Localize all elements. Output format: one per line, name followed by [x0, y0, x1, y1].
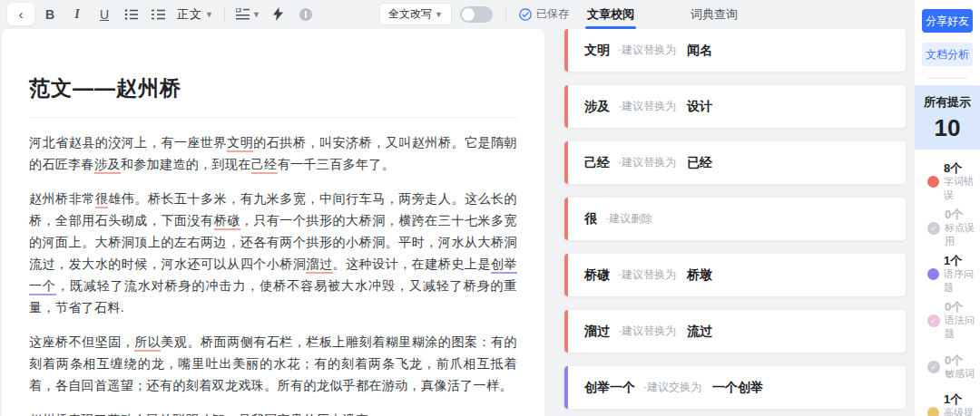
analyze-button[interactable]: 文档分析 — [922, 43, 973, 66]
tab-dictionary[interactable]: 词典查询 — [689, 6, 740, 23]
category-count: 0个 — [945, 300, 980, 314]
toolbar-divider — [505, 8, 506, 21]
proofread-toggle[interactable] — [460, 6, 493, 23]
save-status: 已保存 — [519, 6, 569, 22]
flagged-word[interactable]: 己经 — [251, 157, 278, 174]
suggestion-card[interactable]: 己经·建议替换为已经 — [564, 141, 906, 184]
flagged-word[interactable]: 很 — [95, 191, 109, 208]
format-toolbar: ‹ B I U 正文 ▼ — [7, 0, 318, 28]
suggestion-action: ·建议删除 — [605, 211, 652, 227]
text-segment: ，既减轻了流水对桥身的冲击力，使桥不容易被大水冲毁，又减轻了桥身的重量，节省了石… — [29, 278, 517, 314]
category-text: 0个语法问题 — [945, 300, 980, 341]
disabled-circle-button[interactable] — [294, 3, 318, 25]
all-hints-label: 所有提示 — [915, 94, 980, 111]
back-button[interactable]: ‹ — [7, 3, 34, 25]
category-label: 敏感词 — [945, 367, 975, 381]
paragraph-style-dropdown[interactable]: 正文 ▼ — [174, 3, 216, 25]
all-hints-count: 10 — [915, 114, 980, 142]
bold-button[interactable]: B — [38, 3, 62, 25]
ordered-list-button[interactable] — [120, 3, 143, 25]
suggestion-replacement: 设计 — [687, 99, 712, 115]
suggestion-word: 桥礅 — [584, 267, 610, 284]
saved-label: 已保存 — [536, 6, 569, 22]
suggestion-action: ·建议替换为 — [618, 99, 676, 114]
flagged-word[interactable]: 涉及 — [94, 157, 121, 174]
share-button[interactable]: 分享好友 — [922, 9, 973, 33]
suggestion-replacement: 流过 — [687, 324, 712, 340]
text-segment: 和参加建造的，到现在 — [121, 157, 251, 171]
right-sidebar: 分享好友 文档分析 所有提示 10 8个字词错误✓0个标点误用1个语序问题✓0个… — [915, 0, 980, 416]
paragraph-style-label: 正文 — [177, 6, 202, 23]
category-label: 语法问题 — [945, 314, 980, 341]
document-panel[interactable]: 范文——赵州桥 河北省赵县的洨河上，有一座世界文明的石拱桥，叫安济桥，又叫赵州桥… — [2, 29, 544, 416]
suggestion-word: 文明 — [584, 43, 610, 59]
suggestion-card[interactable]: 很·建议删除 — [564, 198, 906, 240]
suggestion-action: ·建议替换为 — [618, 43, 676, 58]
sidebar-divider — [927, 78, 967, 79]
suggestion-card[interactable]: 涉及·建议替换为设计 — [564, 85, 906, 128]
category-item[interactable]: 1个高级提示 — [927, 390, 980, 416]
quick-action-button[interactable] — [267, 3, 290, 25]
flagged-word[interactable]: 溜过 — [306, 256, 332, 274]
check-circle-icon — [519, 8, 532, 21]
check-circle-icon: ✓ — [927, 314, 940, 327]
check-circle-icon: ✓ — [927, 222, 940, 235]
unordered-list-icon — [152, 8, 166, 21]
tab-proofread[interactable]: 文章校阅 — [585, 6, 636, 23]
layout-dropdown[interactable]: ▼ — [233, 3, 263, 25]
category-dot-icon — [927, 407, 939, 416]
suggestion-replacement: 桥墩 — [687, 267, 712, 284]
document-paragraph: 赵州桥表现了劳动人民的聪明才智，是我国宝贵的历史遗产。 — [29, 409, 517, 416]
toolbar-divider — [224, 8, 225, 21]
text-segment: 这座桥不但坚固， — [29, 334, 134, 349]
suggestion-replacement: 一个创举 — [712, 380, 763, 396]
flagged-word[interactable]: 文明 — [227, 135, 253, 152]
text-segment: 有一千三百多年了。 — [278, 157, 396, 171]
italic-button[interactable]: I — [65, 3, 89, 25]
suggestion-card[interactable]: 桥礅·建议替换为桥墩 — [564, 254, 906, 296]
document-title: 范文——赵州桥 — [29, 74, 517, 102]
category-count: 0个 — [945, 353, 975, 367]
category-item[interactable]: ✓0个标点误用 — [927, 205, 980, 251]
flagged-word[interactable]: 所以 — [134, 334, 161, 352]
suggestion-action: ·建议替换为 — [618, 267, 676, 283]
suggestion-card[interactable]: 创举一个·建议交换为一个创举 — [564, 366, 906, 409]
text-segment: 了劳动人民的聪明才智，是我国宝贵的历史遗产。 — [94, 412, 382, 416]
category-item[interactable]: 1个语序问题 — [927, 251, 980, 297]
hint-categories: 8个字词错误✓0个标点误用1个语序问题✓0个语法问题✓0个敏感词1个高级提示 — [915, 150, 980, 416]
flagged-word[interactable]: 桥礅 — [214, 213, 240, 230]
category-text: 0个敏感词 — [945, 353, 975, 381]
check-circle-icon: ✓ — [927, 361, 940, 373]
category-count: 1个 — [944, 254, 980, 267]
chevron-down-icon: ▼ — [435, 10, 443, 19]
all-hints-summary[interactable]: 所有提示 10 — [915, 85, 980, 150]
ordered-list-icon — [124, 8, 139, 21]
suggestion-word: 溜过 — [584, 324, 610, 340]
unordered-list-button[interactable] — [147, 3, 171, 25]
document-paragraph: 河北省赵县的洨河上，有一座世界文明的石拱桥，叫安济桥，又叫赵州桥。它是隋朝的石匠… — [29, 131, 517, 175]
category-item[interactable]: 8个字词错误 — [927, 159, 980, 205]
underline-button[interactable]: U — [93, 3, 116, 25]
category-text: 1个语序问题 — [944, 254, 980, 295]
document-paragraph: 这座桥不但坚固，所以美观。桥面两侧有石栏，栏板上雕刻着糊里糊涂的图案：有的刻着两… — [29, 331, 517, 396]
suggestion-word: 创举一个 — [584, 380, 635, 396]
chevron-down-icon: ▼ — [252, 10, 260, 19]
writing-assistant-app: ‹ B I U 正文 ▼ — [0, 0, 980, 416]
flagged-word[interactable]: 表现 — [68, 412, 94, 416]
category-label: 高级提示 — [944, 406, 980, 416]
category-item[interactable]: ✓0个语法问题 — [927, 297, 980, 343]
suggestion-list: 文明·建议替换为闻名涉及·建议替换为设计己经·建议替换为已经很·建议删除桥礅·建… — [544, 27, 915, 416]
suggestion-action: ·建议替换为 — [618, 155, 676, 170]
category-dot-icon — [927, 268, 939, 280]
toolbar: ‹ B I U 正文 ▼ — [0, 0, 915, 28]
chevron-down-icon: ▼ — [205, 10, 213, 19]
category-item[interactable]: ✓0个敏感词 — [927, 343, 980, 390]
suggestion-card[interactable]: 文明·建议替换为闻名 — [564, 29, 906, 72]
text-segment: 河北省赵县的洨河上，有一座世界 — [29, 135, 227, 150]
category-text: 1个高级提示 — [944, 392, 980, 416]
rewrite-dropdown[interactable]: 全文改写 ▼ — [379, 3, 452, 25]
lightning-icon — [273, 7, 283, 21]
suggestion-card[interactable]: 溜过·建议替换为流过 — [564, 310, 906, 353]
circle-indicator-icon — [299, 7, 313, 22]
suggestion-word: 己经 — [584, 155, 610, 171]
